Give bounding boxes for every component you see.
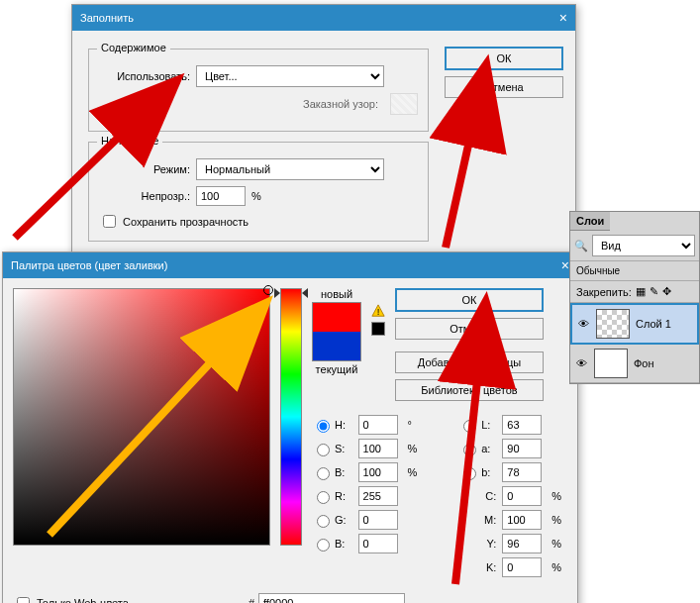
color-cursor [263, 285, 273, 295]
lock-brush-icon[interactable]: ✎ [650, 285, 658, 298]
b-radio[interactable] [463, 467, 476, 480]
fill-cancel-button[interactable]: Отмена [445, 76, 563, 98]
color-field[interactable] [13, 288, 270, 546]
close-icon[interactable]: × [561, 257, 569, 273]
use-select[interactable]: Цвет... [196, 65, 384, 87]
s-radio[interactable] [317, 444, 330, 456]
l-input[interactable] [502, 415, 542, 435]
bv-radio[interactable] [317, 467, 330, 480]
b-input[interactable] [502, 462, 542, 482]
layers-tab[interactable]: Слои [570, 212, 610, 231]
close-icon[interactable]: × [559, 10, 567, 26]
opacity-input[interactable] [196, 186, 246, 206]
lock-pixels-icon[interactable]: ▦ [636, 285, 646, 298]
g-radio[interactable] [317, 515, 330, 528]
pattern-swatch [390, 93, 418, 115]
picker-titlebar[interactable]: Палитра цветов (цвет заливки) × [3, 252, 577, 278]
opacity-label: Непрозр.: [99, 190, 190, 202]
visibility-icon[interactable]: 👁 [576, 318, 590, 330]
contents-legend: Содержимое [97, 42, 170, 53]
new-label: новый [321, 288, 352, 300]
a-input[interactable] [502, 439, 542, 458]
picker-title: Палитра цветов (цвет заливки) [11, 259, 167, 271]
layer-thumb [594, 349, 628, 378]
preserve-checkbox[interactable] [103, 215, 116, 228]
h-radio[interactable] [317, 420, 330, 433]
visibility-icon[interactable]: 👁 [574, 357, 588, 369]
bv-input[interactable] [358, 462, 398, 482]
bb-radio[interactable] [317, 539, 330, 552]
l-radio[interactable] [463, 420, 476, 433]
k-input[interactable] [502, 557, 542, 577]
opacity-percent: % [251, 190, 261, 202]
fill-ok-button[interactable]: ОК [445, 47, 563, 70]
color-inputs: H: ° L: S: % a: B: % b: R: C: % [312, 415, 567, 577]
lock-move-icon[interactable]: ✥ [662, 285, 671, 298]
m-input[interactable] [502, 510, 542, 530]
color-swatch-pair [312, 302, 361, 361]
y-input[interactable] [502, 534, 542, 553]
web-only-label: Только Web-цвета [37, 597, 129, 603]
custom-pattern-label: Заказной узор: [303, 98, 378, 110]
layer-name: Фон [634, 357, 654, 369]
layer-row[interactable]: 👁 Слой 1 [570, 303, 699, 345]
fill-title: Заполнить [80, 12, 134, 24]
r-radio[interactable] [317, 491, 330, 504]
picker-cancel-button[interactable]: Отмена [395, 318, 544, 340]
new-color-swatch [313, 303, 360, 332]
warning-swatch[interactable] [371, 322, 385, 336]
hex-input[interactable] [258, 593, 405, 603]
contents-fieldset: Содержимое Использовать: Цвет... Заказно… [88, 49, 429, 132]
svg-text:!: ! [377, 306, 380, 317]
color-libraries-button[interactable]: Библиотеки цветов [395, 379, 544, 401]
color-picker-dialog: Палитра цветов (цвет заливки) × новый те… [2, 251, 578, 603]
add-swatch-button[interactable]: Добавить в образцы [395, 352, 544, 373]
a-radio[interactable] [463, 444, 476, 456]
current-color-swatch [313, 332, 360, 360]
r-input[interactable] [358, 486, 398, 506]
g-input[interactable] [358, 510, 398, 530]
warning-icon: ! [371, 304, 385, 318]
preserve-label: Сохранить прозрачность [123, 216, 249, 228]
blending-legend: Наложение [97, 135, 162, 147]
s-input[interactable] [358, 439, 398, 458]
blending-fieldset: Наложение Режим: Нормальный Непрозр.: % … [88, 142, 429, 242]
layer-kind-select[interactable]: Вид [592, 235, 695, 256]
h-input[interactable] [358, 415, 398, 435]
layer-thumb [596, 309, 630, 339]
mode-select[interactable]: Нормальный [196, 158, 384, 180]
bb-input[interactable] [358, 534, 398, 553]
layers-panel: Слои 🔍 Вид Обычные Закрепить: ▦ ✎ ✥ 👁 Сл… [569, 211, 700, 384]
blend-mode[interactable]: Обычные [570, 261, 699, 281]
fill-dialog: Заполнить × Содержимое Использовать: Цве… [71, 4, 576, 260]
picker-ok-button[interactable]: ОК [395, 288, 544, 312]
layer-name: Слой 1 [636, 318, 671, 330]
mode-label: Режим: [99, 163, 190, 175]
layer-row[interactable]: 👁 Фон [570, 345, 699, 383]
c-input[interactable] [502, 486, 542, 506]
web-only-checkbox[interactable] [17, 597, 30, 604]
hex-prefix: # [249, 597, 254, 603]
current-label: текущий [316, 363, 358, 375]
hue-slider[interactable] [280, 288, 302, 546]
fill-titlebar[interactable]: Заполнить × [72, 5, 575, 31]
use-label: Использовать: [99, 70, 190, 82]
